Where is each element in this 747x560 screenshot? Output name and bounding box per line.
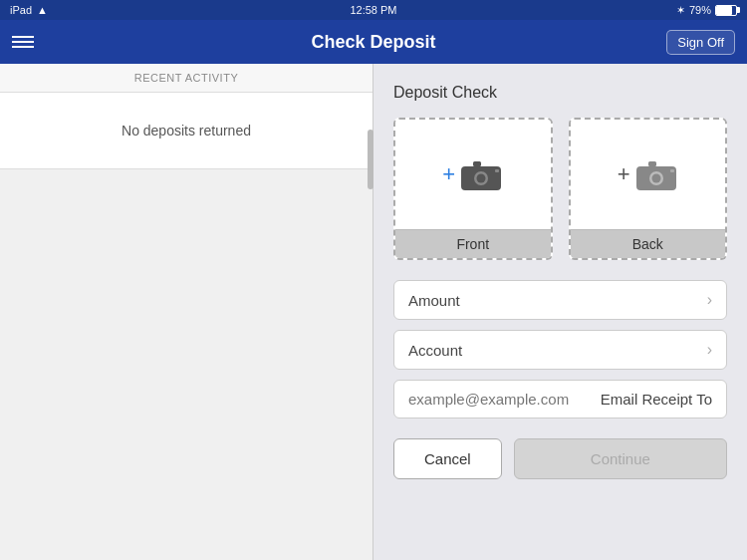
account-label: Account — [408, 342, 462, 359]
front-photo-area: + — [395, 120, 551, 229]
front-photo-button[interactable]: + Front — [393, 118, 553, 260]
button-row: Cancel Continue — [393, 438, 727, 479]
no-deposits-message: No deposits returned — [0, 93, 373, 169]
main-content: RECENT ACTIVITY No deposits returned Dep… — [0, 64, 747, 560]
front-camera-svg — [459, 156, 503, 192]
amount-label: Amount — [408, 292, 460, 309]
menu-button[interactable] — [12, 36, 34, 48]
left-panel: RECENT ACTIVITY No deposits returned — [0, 64, 374, 560]
svg-rect-9 — [670, 169, 674, 172]
cancel-button[interactable]: Cancel — [393, 438, 502, 479]
amount-chevron-icon: › — [707, 291, 712, 309]
email-input[interactable] — [408, 391, 601, 408]
email-label: Email Receipt To — [601, 391, 712, 408]
nav-bar: Check Deposit Sign Off — [0, 20, 747, 64]
right-panel: Deposit Check + — [374, 64, 747, 560]
page-title: Check Deposit — [311, 32, 435, 53]
photo-row: + Front + — [393, 118, 727, 260]
back-label: Back — [571, 229, 726, 258]
bluetooth-icon: ✶ — [676, 4, 685, 17]
account-field[interactable]: Account › — [393, 330, 727, 370]
svg-point-7 — [651, 174, 660, 183]
amount-field[interactable]: Amount › — [393, 280, 727, 320]
status-bar: iPad ▲ 12:58 PM ✶ 79% — [0, 0, 747, 20]
deposit-check-title: Deposit Check — [393, 84, 727, 102]
back-photo-button[interactable]: + Back — [569, 118, 728, 260]
front-camera-icon-container: + — [442, 156, 503, 192]
account-chevron-icon: › — [707, 341, 712, 359]
svg-rect-3 — [473, 161, 481, 166]
sign-off-button[interactable]: Sign Off — [666, 30, 735, 55]
status-right: ✶ 79% — [676, 4, 737, 17]
back-camera-icon-container: + — [618, 156, 678, 192]
back-camera-svg — [634, 156, 678, 192]
svg-rect-8 — [648, 161, 656, 166]
front-label: Front — [395, 229, 551, 258]
carrier-label: iPad — [10, 4, 32, 16]
recent-activity-header: RECENT ACTIVITY — [0, 64, 373, 93]
back-photo-area: + — [571, 120, 726, 229]
continue-button[interactable]: Continue — [514, 438, 727, 479]
time-label: 12:58 PM — [350, 4, 396, 16]
status-left: iPad ▲ — [10, 4, 48, 16]
back-plus-icon: + — [618, 161, 630, 187]
front-plus-icon: + — [442, 161, 455, 187]
svg-rect-4 — [495, 169, 499, 172]
svg-point-2 — [477, 174, 486, 183]
battery-icon — [715, 5, 737, 16]
wifi-icon: ▲ — [37, 4, 48, 16]
email-field-container: Email Receipt To — [393, 380, 727, 419]
battery-label: 79% — [689, 4, 711, 16]
